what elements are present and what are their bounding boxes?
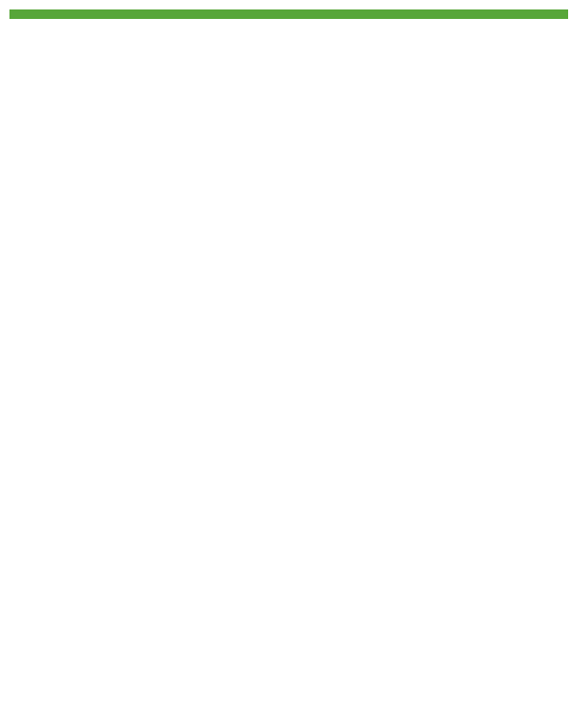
profile-paths-card: Per User Profile Archive and Backups pat… [284, 9, 568, 19]
config-path-title: VMware Dynamic Environment Manager confi… [19, 17, 275, 19]
profile-paths-title: Per User Profile Archive and Backups pat… [294, 17, 559, 19]
config-path-card: VMware Dynamic Environment Manager confi… [9, 9, 284, 19]
